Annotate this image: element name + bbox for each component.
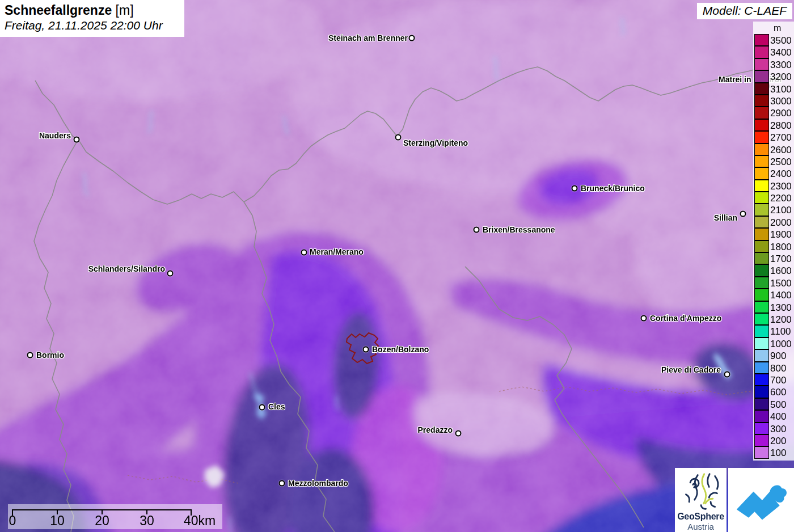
legend-value: 800 [770,362,786,374]
map-title-unit: [m] [116,3,134,18]
legend-entry: 1000 [754,338,794,350]
city-label: Brixen/Bressanone [483,225,555,234]
city-marker [641,315,647,322]
legend-value: 2500 [770,156,792,168]
legend-entry: 2500 [754,156,794,168]
legend-swatch [754,83,769,95]
legend-entry: 1400 [754,289,794,301]
legend-value: 900 [770,350,786,362]
city-marker [572,185,578,192]
legend-entry: 900 [754,350,794,362]
legend-value: 1200 [770,314,792,326]
legend-value: 1700 [770,253,792,265]
legend-entry: 300 [754,423,794,435]
legend-value: 1500 [770,277,792,289]
legend-entry: 2900 [754,107,794,119]
scalebar-label: 40km [184,513,216,529]
map-datetime: Freitag, 21.11.2025 22:00 Uhr [5,18,178,33]
legend-value: 1300 [770,302,792,314]
legend-value: 500 [770,399,786,411]
legend-value: 3100 [770,83,792,95]
legend-swatch [754,167,769,179]
legend-value: 600 [770,386,786,398]
city-marker [27,352,33,358]
legend-entry: 3400 [754,47,794,58]
legend-value: 3000 [770,95,792,107]
legend-entry: 3200 [754,71,794,83]
city-marker [74,137,80,143]
legend-entry: 1800 [754,241,794,253]
legend-value: 2100 [770,204,792,216]
legend-entry: 1100 [754,326,794,337]
legend-entry: 600 [754,386,794,398]
legend-swatch [754,70,769,82]
legend-swatch [754,252,769,264]
legend-value: 1100 [770,326,791,337]
legend-value: 1800 [770,241,792,253]
scalebar-label: 10 [50,513,65,529]
legend-swatch [754,423,769,434]
legend-entry: 100 [754,447,794,459]
scalebar: 010203040km [8,504,222,529]
city-marker [474,227,480,233]
legend-entry: 2000 [754,217,794,229]
legend-value: 1000 [770,338,792,350]
geosphere-name: GeoSphere [675,512,727,522]
city-label: Sterzing/Vipiteno [403,138,468,147]
legend-value: 2700 [770,132,792,143]
legend-swatch [754,216,769,228]
city-label: Steinach am Brenner [328,33,408,43]
legend-swatch [754,289,769,301]
legend-entry: 3500 [754,35,794,47]
legend-swatch [754,398,769,410]
legend-entry: 1700 [754,253,794,265]
legend-value: 2400 [770,168,792,180]
legend-entry: 3100 [754,83,794,95]
legend-value: 3400 [770,47,792,58]
city-label: Bormio [36,351,64,360]
legend-entry: 200 [754,435,794,447]
city-marker [740,211,746,217]
city-marker [259,404,265,411]
legend-swatch [754,410,769,422]
legend-swatch [754,240,769,252]
legend-value: 300 [770,423,786,435]
legend-entry: 3000 [754,95,794,107]
scalebar-labels: 010203040km [8,513,222,529]
city-label: Sillian [714,213,737,222]
partner-logo [728,468,794,532]
legend-swatch [754,301,769,313]
city-label: Bozen/Bolzano [372,345,429,354]
legend-entry: 2600 [754,144,794,156]
legend-entry: 800 [754,362,794,374]
legend-entry: 3300 [754,59,794,71]
legend-entry: 1500 [754,277,794,289]
city-label: Cles [268,402,285,411]
legend-swatch [754,46,769,58]
legend-value: 1900 [770,229,792,240]
city-marker [279,480,285,487]
map-title-line: Schneefallgrenze [m] [5,2,178,18]
city-marker [724,371,730,378]
legend-value: 2000 [770,217,792,229]
title-box: Schneefallgrenze [m] Freitag, 21.11.2025… [0,0,184,37]
legend-value: 2600 [770,144,792,156]
legend-value: 2200 [770,192,792,204]
legend-entry: 1300 [754,302,794,314]
legend-swatch [754,277,769,289]
legend-swatch [754,34,769,46]
city-label: Mezzolombardo [288,479,348,488]
legend-value: 2300 [770,180,792,192]
geosphere-logo: GeoSphere Austria [675,468,727,532]
legend-value: 100 [770,447,786,459]
legend-entry: 500 [754,399,794,411]
legend-entry: 2300 [754,180,794,192]
legend-value: 1600 [770,265,792,277]
weather-map: Steinach am BrennerMatrei in OsttirolNau… [0,0,794,532]
legend-value: 3300 [770,59,792,71]
legend-swatch [754,264,769,276]
legend-swatch [754,337,769,349]
legend-swatch [754,95,769,107]
mountain-icon [734,478,788,523]
legend-swatch [754,192,769,204]
